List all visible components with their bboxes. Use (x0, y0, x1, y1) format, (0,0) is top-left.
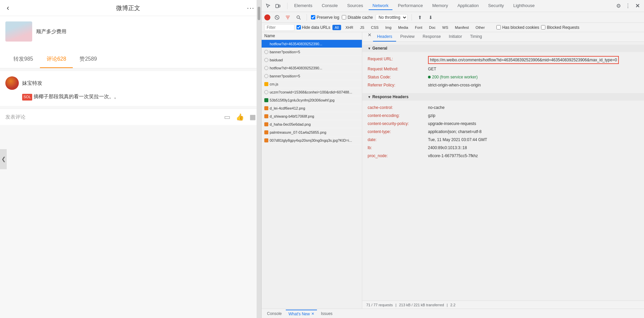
more-options-icon[interactable]: ⋮ (624, 2, 632, 10)
request-item[interactable]: palmtreasure_07-01a4a25855.png (262, 128, 362, 136)
article-card: 顺产多少费用 (0, 16, 261, 51)
filter-img[interactable]: Img (383, 25, 394, 30)
filter-all[interactable]: All (332, 25, 341, 30)
request-item[interactable]: banner?position=5 (262, 72, 362, 80)
general-referrer-row: Referrer Policy: strict-origin-when-cros… (368, 81, 639, 89)
request-item[interactable]: uczm?conwid=15368&conhei=100&rdid=607488… (262, 88, 362, 96)
preserve-log-label[interactable]: Preserve log (311, 15, 339, 20)
filter-doc[interactable]: Doc (427, 25, 438, 30)
request-item[interactable]: baiduad (262, 56, 362, 64)
disable-cache-label[interactable]: Disable cache (342, 15, 373, 20)
tab-likes[interactable]: 赞2589 (73, 51, 104, 68)
request-item[interactable]: cm.js (262, 80, 362, 88)
tab-lighthouse[interactable]: Lighthouse (509, 2, 539, 10)
detail-panel: ✕ Headers Preview Response Initiator Tim… (362, 32, 644, 309)
filter-css[interactable]: CSS (369, 25, 381, 30)
request-name: palmtreasure_07-01a4a25855.png (270, 130, 326, 134)
request-item[interactable]: hotflow?id=463540839252390... (262, 64, 362, 72)
request-item[interactable]: d_lei-4cdf6ee412.png (262, 104, 362, 112)
extra-info: 2.2 (450, 303, 455, 307)
close-detail-button[interactable]: ✕ (366, 32, 373, 42)
bottom-tab-whats-new[interactable]: What's New ✕ (286, 310, 317, 318)
close-devtools-icon[interactable]: ✕ (633, 2, 641, 10)
request-item[interactable]: d_haha-0ec05e6dad.png (262, 120, 362, 128)
back-button[interactable]: ‹ (7, 4, 9, 12)
comment-username: 妹宝特攻 (22, 80, 42, 86)
tab-headers[interactable]: Headers (373, 32, 396, 42)
date-value: Tue, 11 May 2021 03:07:44 GMT (428, 137, 487, 143)
general-request-url-row: Request URL: https://m.weibo.cn/comments… (368, 55, 639, 65)
tab-console[interactable]: Console (318, 2, 342, 10)
throttle-select[interactable]: No throttling Fast 3G Slow 3G Offline (376, 14, 408, 21)
inspect-element-icon[interactable] (264, 2, 272, 10)
has-blocked-cookies-checkbox[interactable] (496, 25, 501, 29)
bottom-tab-console[interactable]: Console (264, 310, 284, 317)
bottom-tab-close-icon[interactable]: ✕ (311, 312, 314, 316)
filter-js[interactable]: JS (358, 25, 367, 30)
request-item[interactable]: hotflow?id=463540839252390... (262, 40, 362, 48)
devtools-right-icons: ⚙ ⋮ ✕ (614, 2, 641, 10)
blocked-requests-label[interactable]: Blocked Requests (541, 25, 579, 30)
export-icon[interactable]: ⬇ (427, 13, 435, 21)
filter-input[interactable] (264, 24, 294, 31)
search-icon[interactable] (294, 13, 303, 21)
preserve-log-checkbox[interactable] (311, 15, 315, 19)
filter-icon[interactable] (284, 13, 292, 21)
tab-preview[interactable]: Preview (396, 32, 419, 42)
hide-data-urls-label[interactable]: Hide data URLs (297, 25, 330, 30)
chevron-down-icon: ▼ (368, 47, 371, 50)
request-type-icon (264, 114, 268, 118)
comment-placeholder[interactable]: 发表评论 (5, 114, 25, 120)
requests-list: hotflow?id=463540839252390... banner?pos… (262, 40, 362, 309)
separator2: | (447, 303, 448, 307)
tab-response[interactable]: Response (419, 32, 445, 42)
toolbar-sep-2 (307, 14, 307, 21)
disable-cache-checkbox[interactable] (342, 15, 346, 19)
request-type-icon (264, 74, 268, 78)
bottom-tab-issues[interactable]: Issues (318, 310, 335, 317)
tab-repost[interactable]: 转发985 (7, 51, 40, 68)
tab-application[interactable]: Application (453, 2, 483, 10)
general-section-header[interactable]: ▼ General (362, 45, 644, 52)
request-item[interactable]: banner?position=5 (262, 48, 362, 56)
request-item[interactable]: 53b515f0ly1gnlu3cynfmj20t306owhf.jpg (262, 96, 362, 104)
requests-header: Name (262, 32, 362, 40)
tab-performance[interactable]: Performance (394, 2, 427, 10)
tab-elements[interactable]: Elements (290, 2, 316, 10)
repost-icon[interactable]: ▭ (224, 113, 230, 121)
tab-timing[interactable]: Timing (466, 32, 486, 42)
tab-comments[interactable]: 评论628 (40, 51, 73, 68)
article-thumbnail (5, 21, 32, 42)
devtools-panel: Elements Console Sources Network Perform… (262, 0, 644, 318)
clear-button[interactable] (273, 13, 281, 21)
import-icon[interactable]: ⬆ (416, 13, 424, 21)
request-item[interactable]: d_shiwang-b4bf17068f.png (262, 112, 362, 120)
settings-icon[interactable]: ⚙ (614, 2, 623, 10)
filter-xhr[interactable]: XHR (343, 25, 356, 30)
tab-security[interactable]: Security (484, 2, 508, 10)
device-toggle-icon[interactable] (274, 2, 282, 10)
request-method-value: GET (428, 66, 436, 72)
tab-initiator[interactable]: Initiator (445, 32, 466, 42)
mobile-scrollbar[interactable] (257, 0, 261, 318)
request-item[interactable]: 007d81tgly8gpy4xp20smj30ng0ngq3s.jpg?KID… (262, 136, 362, 144)
has-blocked-cookies-label[interactable]: Has blocked cookies (496, 25, 539, 30)
tab-sources[interactable]: Sources (343, 2, 367, 10)
filter-media[interactable]: Media (396, 25, 411, 30)
tab-memory[interactable]: Memory (428, 2, 452, 10)
toolbar-sep-3 (412, 14, 412, 21)
blocked-requests-checkbox[interactable] (541, 25, 545, 29)
filter-manifest[interactable]: Manifest (452, 25, 471, 30)
tab-network[interactable]: Network (369, 2, 393, 10)
proc-node-key: proc_node: (368, 153, 428, 159)
response-headers-section-header[interactable]: ▼ Response Headers (362, 93, 644, 101)
hide-data-urls-checkbox[interactable] (297, 25, 301, 29)
share-icon[interactable]: ▦ (250, 113, 256, 121)
record-button[interactable] (264, 14, 270, 20)
filter-font[interactable]: Font (413, 25, 425, 30)
more-button[interactable]: ··· (247, 4, 255, 12)
filter-ws[interactable]: WS (440, 25, 451, 30)
page-left-button[interactable]: ❮ (0, 149, 7, 169)
filter-other[interactable]: Other (473, 25, 487, 30)
like-icon[interactable]: 👍 (236, 113, 244, 121)
